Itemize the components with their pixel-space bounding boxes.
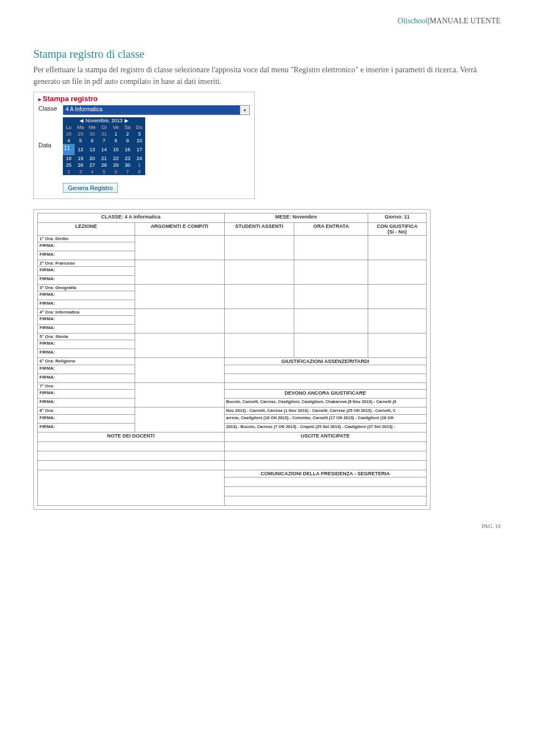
hdr-giorno: Giorno: 11 bbox=[368, 213, 427, 223]
stampa-registro-panel: Stampa registro Classe 4 A Informatica ▾… bbox=[33, 92, 255, 199]
col-ora-entrata: ORA ENTRATA bbox=[294, 223, 368, 236]
section-title: Stampa registro di classe bbox=[33, 48, 501, 61]
lez-8: 8° Ora: bbox=[38, 407, 135, 415]
lez-3: 3° Ora: Geografia bbox=[38, 285, 135, 291]
lez-4: 4° Ora: Informatica bbox=[38, 309, 135, 316]
class-select[interactable]: 4 A Informatica ▾ bbox=[63, 105, 250, 115]
hdr-classe: CLASSE: 4 A Informatica bbox=[38, 213, 225, 223]
note-docenti-title: NOTE DEI DOCENTI bbox=[38, 432, 225, 442]
cal-prev-icon[interactable]: ◀ bbox=[77, 118, 86, 123]
date-label: Data bbox=[38, 117, 60, 148]
giust-title: GIUSTIFICAZIONI ASSENZE/RITARDI bbox=[224, 358, 426, 365]
lez-7: 7° Ora: bbox=[38, 383, 135, 390]
class-select-value: 4 A Informatica bbox=[63, 106, 240, 115]
devono-line-0: Bucolo, Carnelli, Carrese, Castiglioni, … bbox=[224, 399, 426, 407]
chevron-down-icon[interactable]: ▾ bbox=[240, 106, 249, 115]
lez-5: 5° Ora: Storia bbox=[38, 334, 135, 340]
calendar[interactable]: ◀Novembre, 2013▶ LuMaMeGiVeSaDo 28293031… bbox=[63, 117, 145, 175]
devono-line-1: Nov 2013) - Carnelli, Carrese (1 Nov 201… bbox=[224, 407, 426, 415]
register-output: CLASSE: 4 A Informatica MESE: Novembre G… bbox=[33, 209, 431, 510]
lez-1: 1° Ora: Diritto bbox=[38, 236, 135, 242]
col-lezione: LEZIONE bbox=[38, 223, 135, 236]
page-header: Olischool|MANUALE UTENTE bbox=[33, 17, 501, 26]
panel-title: Stampa registro bbox=[38, 94, 250, 103]
devono-line-2: arrese, Castiglioni (18 Ott 2013) - Colo… bbox=[224, 415, 426, 424]
uscite-title: USCITE ANTICIPATE bbox=[224, 432, 426, 442]
col-assenti: STUDENTI ASSENTI bbox=[224, 223, 294, 236]
firma: FIRMA: bbox=[38, 251, 135, 260]
page-footer: PAG. 18 bbox=[33, 523, 501, 529]
cal-month: Novembre, 2013 bbox=[86, 118, 123, 123]
comunicazioni-title: COMUNICAZIONI DELLA PRESIDENZA - SEGRETE… bbox=[224, 470, 426, 478]
class-label: Classe bbox=[38, 105, 60, 112]
cal-days-header: LuMaMeGiVeSaDo bbox=[63, 124, 145, 131]
cal-next-icon[interactable]: ▶ bbox=[122, 118, 131, 123]
brand: Olischool bbox=[398, 17, 428, 25]
devono-line-3: 2013) - Bucolo, Carrese (7 Ott 2013) - C… bbox=[224, 424, 426, 432]
lez-6: 6° Ora: Religione bbox=[38, 358, 135, 365]
hdr-mese: MESE: Novembre bbox=[224, 213, 368, 223]
manual-title: MANUALE UTENTE bbox=[429, 17, 501, 25]
firma: FIRMA: bbox=[38, 242, 135, 251]
devono-title: DEVONO ANCORA GIUSTIFICARE bbox=[224, 390, 426, 399]
section-body: Per effettuare la stampa del registro di… bbox=[33, 64, 501, 87]
lez-2: 2° Ora: Francese bbox=[38, 260, 135, 267]
col-giustifica: CON GIUSTIFICA(Si - No) bbox=[368, 223, 427, 236]
col-argomenti: ARGOMENTI E COMPITI bbox=[135, 223, 224, 236]
generate-register-button[interactable]: Genera Registro bbox=[63, 183, 118, 193]
